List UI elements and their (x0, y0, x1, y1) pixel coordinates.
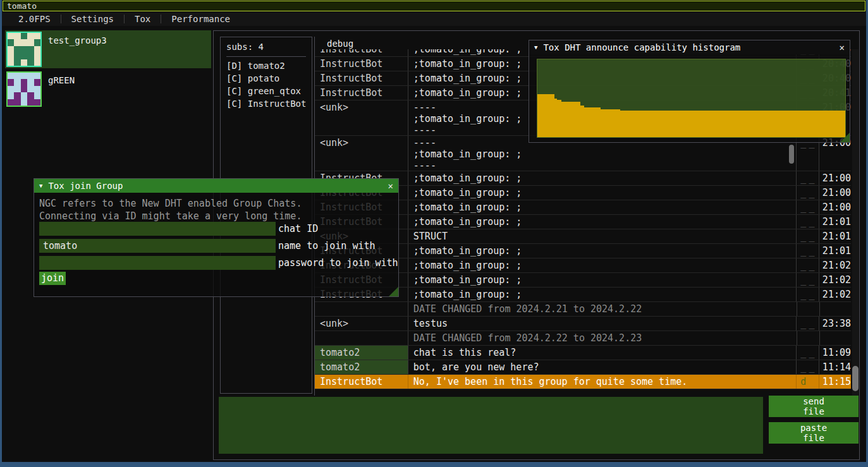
close-icon[interactable]: ✕ (840, 42, 845, 52)
avatar-pixel (21, 99, 27, 106)
message-timestamp: 11:09 (819, 346, 851, 360)
message-timestamp: 21:00 (819, 200, 851, 214)
avatar-pixel (8, 46, 14, 52)
subs-member-list: [D] tomato2[C] potato[C] green_qtox[C] I… (226, 59, 306, 110)
subs-member-green-qtox[interactable]: [C] green_qtox (226, 85, 306, 97)
menu-item-2-0fps[interactable]: 2.0FPS (8, 14, 61, 24)
menu-item-settings[interactable]: Settings (61, 14, 124, 24)
join-password-input[interactable] (39, 256, 276, 270)
join-password-field-row: password to join with (39, 256, 398, 270)
collapse-triangle-icon[interactable]: ▼ (39, 183, 42, 189)
pending-flag-icon: _ (800, 289, 806, 300)
message-timestamp: 21:00 (819, 186, 851, 200)
join-group-window[interactable]: ▼ Tox join Group ✕ NGC refers to the New… (34, 178, 399, 297)
date-changed-row[interactable]: DATE CHANGED from 2024.2.22 to 2024.2.23 (315, 331, 851, 346)
join-button[interactable]: join (39, 272, 66, 285)
chat-message-row[interactable]: <unk>testus__23:38 (315, 317, 851, 331)
pending-flag-icon: _ (809, 173, 814, 184)
group-item-green[interactable]: gREEN (5, 70, 211, 108)
join-name-input[interactable]: tomato (39, 239, 276, 253)
message-status-flags: __ (796, 288, 819, 301)
message-text: chat is this real? (408, 346, 796, 360)
group-item-test-group3[interactable]: test_group3 (5, 30, 211, 68)
date-changed-row[interactable]: DATE CHANGED from 2024.2.21 to 2024.2.22 (315, 302, 851, 317)
avatar-pixel (8, 86, 14, 92)
collapse-triangle-icon[interactable]: ▼ (534, 44, 537, 51)
menu-bar: 2.0FPSSettingsToxPerformance (2, 12, 866, 26)
histogram-bar-segment (557, 100, 561, 137)
avatar-pixel (14, 79, 20, 85)
group-avatar (6, 32, 42, 67)
pending-flag-icon: _ (800, 202, 806, 213)
close-icon[interactable]: ✕ (388, 181, 393, 191)
avatar-pixel (34, 52, 40, 59)
chat-message-row[interactable]: InstructBotNo, I've been in this group f… (315, 375, 851, 389)
pending-flag-icon: _ (800, 260, 806, 271)
avatar-pixel (21, 79, 27, 85)
message-text: No, I've been in this group for quite so… (408, 375, 796, 389)
menu-item-tox[interactable]: Tox (125, 14, 161, 24)
app-background: tomato 2.0FPSSettingsToxPerformance test… (2, 0, 866, 462)
message-status-flags: __ (796, 244, 819, 258)
avatar-pixel (34, 79, 40, 85)
resize-grip[interactable] (840, 133, 850, 142)
avatar-pixel (21, 92, 27, 99)
join-password-label: password to join with (278, 256, 398, 270)
chat-id-label: chat ID (278, 222, 318, 236)
subs-member-instructbot[interactable]: [C] InstructBot (226, 97, 306, 110)
histogram-bar-segment (620, 111, 845, 137)
resize-grip[interactable] (389, 287, 398, 296)
message-text: bot, are you new here? (408, 360, 796, 374)
send-file-button[interactable]: sendfile (769, 396, 859, 417)
dht-histogram-titlebar[interactable]: ▼ Tox DHT announce capability histogram … (529, 40, 850, 54)
avatar-pixel (27, 59, 34, 66)
avatar-pixel (8, 92, 14, 99)
join-group-titlebar[interactable]: ▼ Tox join Group ✕ (34, 179, 398, 193)
button-label-line: send (803, 396, 824, 406)
subs-member-tomato2[interactable]: [D] tomato2 (226, 59, 306, 72)
menu-item-performance[interactable]: Performance (161, 14, 240, 24)
inner-scrollbar-thumb[interactable] (789, 145, 794, 164)
window-titlebar[interactable]: tomato (3, 1, 865, 11)
histogram-bar-segment (601, 109, 620, 137)
avatar-pixel (14, 59, 20, 66)
message-text: ;tomato_in_group: ; (408, 258, 796, 272)
avatar-pixel (8, 52, 14, 59)
pending-flag-icon: _ (809, 376, 814, 387)
avatar-pixel (14, 39, 20, 45)
dht-histogram-window[interactable]: ▼ Tox DHT announce capability histogram … (529, 40, 850, 143)
pending-flag-icon: _ (800, 231, 806, 242)
avatar-pixel (34, 73, 40, 79)
avatar-pixel (34, 33, 40, 39)
chat-id-field-row: chat ID (39, 222, 318, 236)
message-text: ;tomato_in_group: ; (408, 244, 796, 258)
message-sender: InstructBot (315, 71, 408, 85)
message-sender (315, 302, 408, 316)
avatar-pixel (27, 99, 34, 106)
pending-flag-icon: _ (800, 361, 806, 373)
avatar-pixel (8, 59, 14, 66)
chat-scrollbar-track[interactable] (852, 49, 859, 396)
avatar-pixel (34, 92, 40, 99)
avatar-pixel (21, 59, 27, 66)
pending-flag-icon: _ (809, 216, 814, 227)
join-hint-line-1: NGC refers to the New DHT enabled Group … (39, 198, 302, 209)
avatar-pixel (34, 86, 40, 92)
message-input[interactable] (219, 397, 763, 454)
avatar-pixel (21, 33, 27, 39)
chat-message-row[interactable]: tomato2bot, are you new here?__11:14 (315, 360, 851, 375)
chat-scrollbar-thumb[interactable] (852, 366, 859, 391)
message-timestamp (819, 331, 851, 345)
message-sender: tomato2 (315, 360, 408, 374)
avatar-pixel (34, 59, 40, 66)
message-timestamp: 21:02 (819, 273, 851, 287)
chat-message-row[interactable]: tomato2chat is this real?__11:09 (315, 346, 851, 360)
message-text: ;tomato_in_group: ; (408, 200, 796, 214)
pending-flag-icon: _ (809, 347, 814, 358)
subs-member-potato[interactable]: [C] potato (226, 72, 306, 85)
pending-flag-icon: _ (809, 289, 814, 300)
avatar-pixel (14, 46, 20, 52)
paste-file-button[interactable]: pastefile (769, 422, 859, 444)
message-sender: <unk> (315, 136, 408, 171)
chat-id-input[interactable] (39, 222, 276, 236)
